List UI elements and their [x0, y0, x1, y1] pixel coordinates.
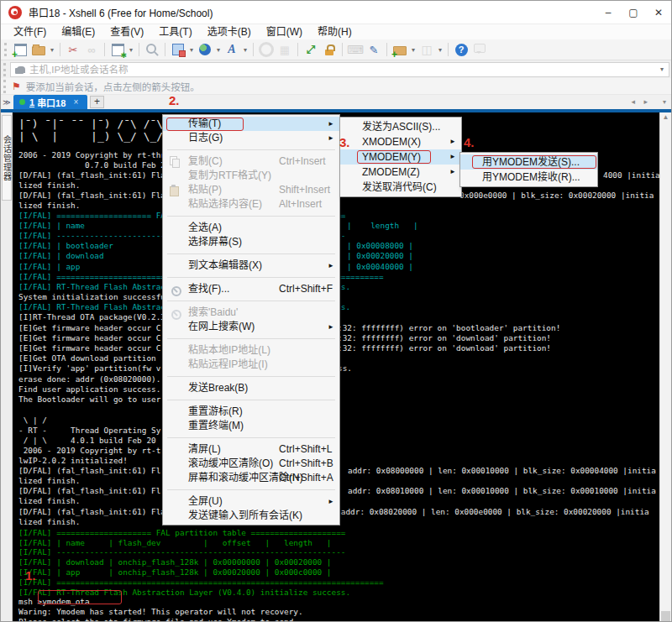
help-icon[interactable] — [453, 41, 470, 58]
menu-item-transfer[interactable]: 传输(T)► — [163, 117, 339, 131]
terminal-text: | 0x00040000 | — [347, 262, 413, 272]
menu-item-to-text-editor[interactable]: 到文本编辑器(X)► — [163, 259, 339, 273]
terminal-scrollbar[interactable]: ▲ — [659, 112, 671, 622]
menu-item-fullscreen[interactable]: 全屏(U)► — [163, 494, 339, 509]
menu-item-log[interactable]: 日志(G)► — [163, 131, 339, 145]
menu-item-send-input-all[interactable]: 发送键输入到所有会话(K) — [163, 509, 339, 523]
tile-windows-icon[interactable] — [418, 41, 435, 58]
menu-item-clear-screen[interactable]: 清屏(L)Ctrl+Shift+L — [163, 442, 339, 457]
terminal-text: lized finish. — [18, 180, 80, 191]
open-session-caret-icon[interactable]: ▾ — [48, 46, 56, 54]
menu-item-paste-selection[interactable]: 粘贴选择内容(E)Alt+Insert — [163, 197, 339, 212]
virtual-keyboard-icon[interactable] — [347, 41, 364, 58]
menu-item-copy-rtf[interactable]: 复制为RTF格式(Y) — [163, 169, 339, 183]
tab-serial-18[interactable]: 1 串口18 × — [13, 95, 87, 109]
menu-file[interactable]: 文件(F) — [6, 24, 54, 39]
font-icon[interactable] — [223, 41, 240, 58]
layout-icon[interactable] — [170, 41, 186, 58]
menu-tabs[interactable]: 选项卡(B) — [200, 24, 259, 39]
new-folder-caret-icon[interactable]: ▾ — [409, 46, 417, 54]
layout-caret-icon[interactable]: ▾ — [187, 46, 196, 54]
highlight-pen-icon[interactable] — [365, 41, 382, 58]
maximize-button[interactable]: ▢ — [621, 1, 646, 24]
scrollbar-up-arrow-icon[interactable]: ▲ — [660, 113, 671, 121]
menu-bar: 文件(F)编辑(E)查看(V)工具(T)选项卡(B)窗口(W)帮助(H) — [1, 24, 671, 39]
host-address-input[interactable] — [28, 64, 655, 76]
terminal-text: addr: 0x08000000 | len: 0x00010000 | blk… — [348, 466, 656, 476]
menu-item-paste-remote-ip[interactable]: 粘贴远程IP地址(I) — [163, 358, 339, 372]
menu-item-send-break[interactable]: 发送Break(B) — [163, 381, 339, 395]
toolbar-grip[interactable] — [4, 43, 7, 56]
encoding-globe-icon[interactable] — [197, 41, 213, 58]
lock-icon[interactable] — [321, 41, 338, 58]
menu-item-select-screen[interactable]: 选择屏幕(S) — [163, 235, 339, 249]
menu-help[interactable]: 帮助(H) — [310, 24, 360, 39]
menu-item-label: 在网上搜索(W) — [188, 321, 255, 332]
find-icon[interactable] — [144, 41, 160, 58]
session-properties-caret-icon[interactable]: ▾ — [127, 46, 135, 54]
menu-view[interactable]: 查看(V) — [102, 24, 151, 39]
session-properties-icon[interactable] — [109, 41, 126, 58]
new-session-icon[interactable] — [12, 41, 29, 58]
info-bar-grip[interactable] — [3, 80, 6, 93]
menu-item-copy[interactable]: 复制(C)Ctrl+Insert — [163, 154, 339, 169]
menu-item-label: 选择屏幕(S) — [188, 236, 242, 248]
feedback-icon[interactable] — [471, 41, 488, 58]
open-session-icon[interactable] — [30, 41, 47, 58]
scrollbar-thumb[interactable] — [661, 611, 670, 622]
menu-item-search-baidu[interactable]: 搜索'Baidu' — [163, 306, 339, 320]
encoding-caret-icon[interactable]: ▾ — [214, 46, 223, 54]
new-tab-button[interactable]: + — [90, 96, 104, 108]
address-field: ▾ — [10, 62, 669, 77]
menu-item-clear-scrollback[interactable]: 滚动缓冲区清除(O)Ctrl+Shift+B — [163, 457, 339, 471]
paste-icon — [169, 185, 180, 196]
tile-windows-caret-icon[interactable]: ▾ — [436, 46, 444, 54]
menu-edit[interactable]: 编辑(E) — [54, 24, 102, 39]
menu-item-paste-local-ip[interactable]: 粘贴本地IP地址(L) — [163, 343, 339, 358]
terminal-text: [I/FAL] | bootloader — [18, 241, 113, 251]
menu-item-clear-screen-scrollback[interactable]: 屏幕和滚动缓冲区清除(N)Ctrl+Shift+A — [163, 471, 339, 485]
tab-list-caret-icon[interactable]: ▾ — [663, 98, 666, 106]
fullscreen-icon[interactable] — [302, 41, 319, 58]
submenu-arrow-icon: ► — [449, 149, 456, 165]
menu-item-label: 粘贴远程IP地址(I) — [188, 358, 268, 370]
menu-item-send-cancel[interactable]: 发送取消代码(C) — [340, 180, 461, 195]
menu-item-label: 全屏(U) — [188, 495, 223, 507]
menu-item-paste[interactable]: 粘贴(P)Shift+Insert — [163, 183, 339, 197]
menu-item-find[interactable]: 查找(F)...Ctrl+Shift+F — [163, 282, 339, 296]
session-manager-vertical-tab[interactable]: 会话管理器 — [2, 115, 12, 201]
font-caret-icon[interactable]: ▾ — [241, 46, 249, 54]
menu-item-shortcut: Alt+Insert — [279, 197, 322, 212]
minimize-button[interactable]: – — [596, 1, 621, 24]
disconnect-icon[interactable] — [65, 41, 81, 58]
terminal-text: [I/FAL] | app | onchip_flash_128k | 0x00… — [18, 567, 332, 578]
compose-pane-icon[interactable] — [276, 41, 293, 58]
menu-item-ymodem-receive[interactable]: 用YMODEM接收(R)... — [460, 170, 597, 185]
menu-item-zmodem[interactable]: ZMODEM(Z)► — [340, 165, 461, 180]
new-folder-icon[interactable] — [391, 41, 408, 58]
terminal-text: 2006 - 2019 Copyright by rt-t — [18, 446, 160, 456]
menu-item-select-all[interactable]: 全选(A) — [163, 221, 339, 235]
menu-item-ymodem-send[interactable]: 用YMODEM发送(S)... — [460, 154, 597, 170]
session-manager-expander[interactable]: ≫ — [1, 95, 13, 109]
menu-item-ymodem[interactable]: YMODEM(Y)► — [340, 149, 461, 165]
terminal-text: [E]Get firmware header occur C — [18, 323, 160, 333]
menu-item-reset-cursor[interactable]: 重置游标(R) — [163, 405, 339, 419]
menu-item-reset-terminal[interactable]: 重置终端(M) — [163, 419, 339, 433]
xshell-session-icon[interactable] — [258, 41, 275, 58]
menu-separator — [167, 254, 335, 254]
terminal-text: lized finish. — [18, 496, 80, 506]
tab-scroll-arrows[interactable]: ◂ ▸ — [631, 97, 651, 106]
terminal-text: erase done: addr (0x08020000). — [18, 374, 160, 384]
close-button[interactable]: ✕ — [646, 1, 671, 24]
menu-item-send-ascii[interactable]: 发送为ASCII(S)... — [340, 119, 461, 134]
menu-item-search-web[interactable]: 在网上搜索(W)► — [163, 320, 339, 334]
address-dropdown-caret-icon[interactable]: ▾ — [655, 65, 669, 73]
menu-tools[interactable]: 工具(T) — [151, 24, 199, 39]
terminal-text: lwIP-2.0.2 initialized! — [18, 456, 128, 466]
menu-item-xmodem[interactable]: XMODEM(X)► — [340, 134, 461, 149]
address-bar-grip[interactable] — [3, 63, 6, 76]
tab-close-icon[interactable]: × — [73, 97, 78, 107]
menu-window[interactable]: 窗口(W) — [259, 24, 310, 39]
reconnect-icon[interactable] — [83, 41, 100, 58]
